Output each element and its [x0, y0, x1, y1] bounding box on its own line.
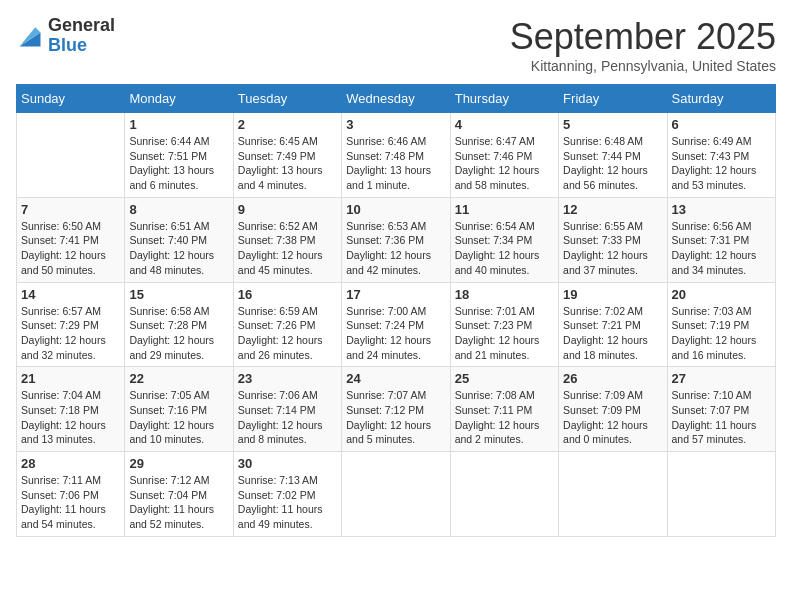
day-number: 19: [563, 287, 662, 302]
day-number: 7: [21, 202, 120, 217]
day-info: Sunrise: 6:57 AM Sunset: 7:29 PM Dayligh…: [21, 304, 120, 363]
day-info: Sunrise: 6:54 AM Sunset: 7:34 PM Dayligh…: [455, 219, 554, 278]
day-info: Sunrise: 6:47 AM Sunset: 7:46 PM Dayligh…: [455, 134, 554, 193]
calendar-cell: 3Sunrise: 6:46 AM Sunset: 7:48 PM Daylig…: [342, 113, 450, 198]
calendar-cell: 2Sunrise: 6:45 AM Sunset: 7:49 PM Daylig…: [233, 113, 341, 198]
day-info: Sunrise: 7:02 AM Sunset: 7:21 PM Dayligh…: [563, 304, 662, 363]
calendar-cell: 13Sunrise: 6:56 AM Sunset: 7:31 PM Dayli…: [667, 197, 775, 282]
col-header-monday: Monday: [125, 85, 233, 113]
day-number: 13: [672, 202, 771, 217]
location-subtitle: Kittanning, Pennsylvania, United States: [510, 58, 776, 74]
day-info: Sunrise: 7:03 AM Sunset: 7:19 PM Dayligh…: [672, 304, 771, 363]
calendar-cell: 16Sunrise: 6:59 AM Sunset: 7:26 PM Dayli…: [233, 282, 341, 367]
day-info: Sunrise: 7:08 AM Sunset: 7:11 PM Dayligh…: [455, 388, 554, 447]
week-row-2: 7Sunrise: 6:50 AM Sunset: 7:41 PM Daylig…: [17, 197, 776, 282]
calendar-header-row: SundayMondayTuesdayWednesdayThursdayFrid…: [17, 85, 776, 113]
day-number: 29: [129, 456, 228, 471]
calendar-cell: 24Sunrise: 7:07 AM Sunset: 7:12 PM Dayli…: [342, 367, 450, 452]
col-header-thursday: Thursday: [450, 85, 558, 113]
month-title: September 2025: [510, 16, 776, 58]
day-info: Sunrise: 7:06 AM Sunset: 7:14 PM Dayligh…: [238, 388, 337, 447]
day-number: 17: [346, 287, 445, 302]
logo-text: General Blue: [48, 16, 115, 56]
day-info: Sunrise: 6:56 AM Sunset: 7:31 PM Dayligh…: [672, 219, 771, 278]
day-number: 26: [563, 371, 662, 386]
day-number: 3: [346, 117, 445, 132]
day-info: Sunrise: 6:45 AM Sunset: 7:49 PM Dayligh…: [238, 134, 337, 193]
week-row-4: 21Sunrise: 7:04 AM Sunset: 7:18 PM Dayli…: [17, 367, 776, 452]
calendar-cell: 10Sunrise: 6:53 AM Sunset: 7:36 PM Dayli…: [342, 197, 450, 282]
day-number: 15: [129, 287, 228, 302]
calendar-cell: [559, 452, 667, 537]
week-row-3: 14Sunrise: 6:57 AM Sunset: 7:29 PM Dayli…: [17, 282, 776, 367]
week-row-5: 28Sunrise: 7:11 AM Sunset: 7:06 PM Dayli…: [17, 452, 776, 537]
day-number: 5: [563, 117, 662, 132]
day-number: 12: [563, 202, 662, 217]
day-info: Sunrise: 7:09 AM Sunset: 7:09 PM Dayligh…: [563, 388, 662, 447]
calendar-cell: 29Sunrise: 7:12 AM Sunset: 7:04 PM Dayli…: [125, 452, 233, 537]
logo-blue: Blue: [48, 36, 115, 56]
calendar-cell: 15Sunrise: 6:58 AM Sunset: 7:28 PM Dayli…: [125, 282, 233, 367]
calendar-cell: 22Sunrise: 7:05 AM Sunset: 7:16 PM Dayli…: [125, 367, 233, 452]
day-number: 2: [238, 117, 337, 132]
day-info: Sunrise: 6:49 AM Sunset: 7:43 PM Dayligh…: [672, 134, 771, 193]
calendar-cell: 12Sunrise: 6:55 AM Sunset: 7:33 PM Dayli…: [559, 197, 667, 282]
day-number: 21: [21, 371, 120, 386]
day-info: Sunrise: 7:12 AM Sunset: 7:04 PM Dayligh…: [129, 473, 228, 532]
calendar-cell: 25Sunrise: 7:08 AM Sunset: 7:11 PM Dayli…: [450, 367, 558, 452]
day-number: 8: [129, 202, 228, 217]
day-number: 4: [455, 117, 554, 132]
day-number: 30: [238, 456, 337, 471]
day-info: Sunrise: 6:48 AM Sunset: 7:44 PM Dayligh…: [563, 134, 662, 193]
calendar-cell: 18Sunrise: 7:01 AM Sunset: 7:23 PM Dayli…: [450, 282, 558, 367]
col-header-saturday: Saturday: [667, 85, 775, 113]
calendar-cell: 27Sunrise: 7:10 AM Sunset: 7:07 PM Dayli…: [667, 367, 775, 452]
calendar-cell: [17, 113, 125, 198]
calendar-cell: 14Sunrise: 6:57 AM Sunset: 7:29 PM Dayli…: [17, 282, 125, 367]
day-number: 20: [672, 287, 771, 302]
day-number: 14: [21, 287, 120, 302]
logo-general: General: [48, 16, 115, 36]
day-number: 18: [455, 287, 554, 302]
week-row-1: 1Sunrise: 6:44 AM Sunset: 7:51 PM Daylig…: [17, 113, 776, 198]
calendar-cell: 9Sunrise: 6:52 AM Sunset: 7:38 PM Daylig…: [233, 197, 341, 282]
calendar-cell: 7Sunrise: 6:50 AM Sunset: 7:41 PM Daylig…: [17, 197, 125, 282]
calendar-cell: 28Sunrise: 7:11 AM Sunset: 7:06 PM Dayli…: [17, 452, 125, 537]
day-number: 22: [129, 371, 228, 386]
day-info: Sunrise: 7:01 AM Sunset: 7:23 PM Dayligh…: [455, 304, 554, 363]
col-header-friday: Friday: [559, 85, 667, 113]
day-info: Sunrise: 6:51 AM Sunset: 7:40 PM Dayligh…: [129, 219, 228, 278]
day-info: Sunrise: 7:07 AM Sunset: 7:12 PM Dayligh…: [346, 388, 445, 447]
calendar-cell: [667, 452, 775, 537]
calendar-cell: 30Sunrise: 7:13 AM Sunset: 7:02 PM Dayli…: [233, 452, 341, 537]
day-info: Sunrise: 6:53 AM Sunset: 7:36 PM Dayligh…: [346, 219, 445, 278]
day-number: 16: [238, 287, 337, 302]
logo: General Blue: [16, 16, 115, 56]
calendar-cell: 1Sunrise: 6:44 AM Sunset: 7:51 PM Daylig…: [125, 113, 233, 198]
day-info: Sunrise: 6:59 AM Sunset: 7:26 PM Dayligh…: [238, 304, 337, 363]
day-info: Sunrise: 7:04 AM Sunset: 7:18 PM Dayligh…: [21, 388, 120, 447]
day-info: Sunrise: 7:13 AM Sunset: 7:02 PM Dayligh…: [238, 473, 337, 532]
day-info: Sunrise: 7:11 AM Sunset: 7:06 PM Dayligh…: [21, 473, 120, 532]
day-info: Sunrise: 6:58 AM Sunset: 7:28 PM Dayligh…: [129, 304, 228, 363]
day-info: Sunrise: 7:05 AM Sunset: 7:16 PM Dayligh…: [129, 388, 228, 447]
col-header-wednesday: Wednesday: [342, 85, 450, 113]
calendar-cell: 20Sunrise: 7:03 AM Sunset: 7:19 PM Dayli…: [667, 282, 775, 367]
day-number: 11: [455, 202, 554, 217]
calendar-cell: 23Sunrise: 7:06 AM Sunset: 7:14 PM Dayli…: [233, 367, 341, 452]
calendar-cell: [342, 452, 450, 537]
day-number: 9: [238, 202, 337, 217]
calendar-cell: 11Sunrise: 6:54 AM Sunset: 7:34 PM Dayli…: [450, 197, 558, 282]
day-number: 23: [238, 371, 337, 386]
day-info: Sunrise: 6:52 AM Sunset: 7:38 PM Dayligh…: [238, 219, 337, 278]
day-number: 1: [129, 117, 228, 132]
calendar-cell: 4Sunrise: 6:47 AM Sunset: 7:46 PM Daylig…: [450, 113, 558, 198]
col-header-tuesday: Tuesday: [233, 85, 341, 113]
day-number: 27: [672, 371, 771, 386]
day-info: Sunrise: 7:10 AM Sunset: 7:07 PM Dayligh…: [672, 388, 771, 447]
day-info: Sunrise: 6:46 AM Sunset: 7:48 PM Dayligh…: [346, 134, 445, 193]
calendar-cell: [450, 452, 558, 537]
calendar-cell: 5Sunrise: 6:48 AM Sunset: 7:44 PM Daylig…: [559, 113, 667, 198]
day-info: Sunrise: 6:55 AM Sunset: 7:33 PM Dayligh…: [563, 219, 662, 278]
calendar-cell: 8Sunrise: 6:51 AM Sunset: 7:40 PM Daylig…: [125, 197, 233, 282]
